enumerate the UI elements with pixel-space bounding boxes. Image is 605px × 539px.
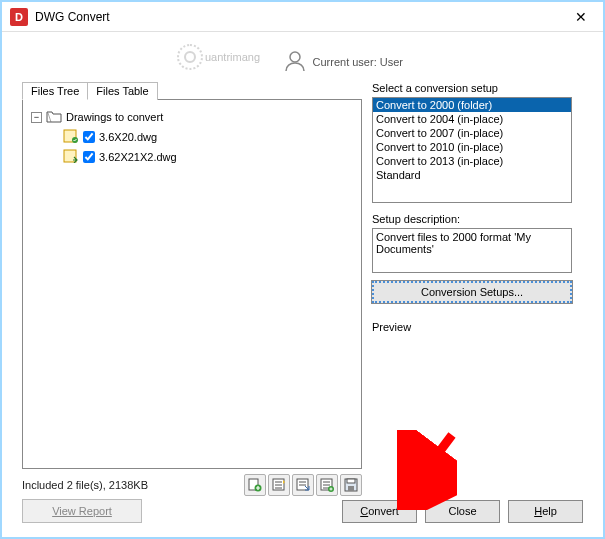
conversion-setup-list[interactable]: Convert to 2000 (folder) Convert to 2004… — [372, 97, 572, 203]
list-item[interactable]: Convert to 2007 (in-place) — [373, 126, 571, 140]
view-report-button: View Report — [22, 499, 142, 523]
conversion-setups-button[interactable]: Conversion Setups... — [372, 281, 572, 303]
current-user-label: Current user: User — [313, 56, 403, 68]
tree-root[interactable]: − Drawings to convert — [31, 108, 353, 126]
tab-files-table[interactable]: Files Table — [87, 82, 157, 100]
file-checkbox[interactable] — [83, 131, 95, 143]
app-icon: D — [10, 8, 28, 26]
close-icon[interactable]: ✕ — [558, 3, 603, 31]
open-list-button[interactable] — [292, 474, 314, 496]
svg-rect-12 — [348, 486, 354, 491]
file-name: 3.62X21X2.dwg — [99, 151, 177, 163]
preview-label: Preview — [372, 321, 572, 333]
toolbar — [244, 474, 362, 496]
close-button[interactable]: Close — [425, 500, 500, 523]
list-item[interactable]: Convert to 2013 (in-place) — [373, 154, 571, 168]
add-file-button[interactable] — [244, 474, 266, 496]
convert-button[interactable]: Convert — [342, 500, 417, 523]
help-button[interactable]: Help — [508, 500, 583, 523]
list-item[interactable]: Convert to 2004 (in-place) — [373, 112, 571, 126]
new-list-button[interactable] — [268, 474, 290, 496]
tabs: Files Tree Files Table — [22, 82, 362, 100]
list-item[interactable]: Convert to 2000 (folder) — [373, 98, 571, 112]
svg-rect-11 — [347, 479, 355, 483]
tree-root-label: Drawings to convert — [66, 111, 163, 123]
tree-file[interactable]: 3.6X20.dwg — [31, 128, 353, 146]
list-item[interactable]: Standard — [373, 168, 571, 182]
user-icon — [283, 49, 307, 75]
setup-description: Convert files to 2000 format 'My Documen… — [372, 228, 572, 273]
dwg-file-icon — [63, 149, 83, 165]
dwg-file-icon — [63, 129, 83, 145]
collapse-icon[interactable]: − — [31, 112, 42, 123]
folder-icon — [46, 109, 66, 125]
titlebar: D DWG Convert ✕ — [2, 2, 603, 32]
status-text: Included 2 file(s), 2138KB — [22, 479, 244, 491]
setup-desc-label: Setup description: — [372, 213, 572, 225]
files-tree[interactable]: − Drawings to convert 3.6X20.dwg — [22, 99, 362, 469]
setup-label: Select a conversion setup — [372, 82, 572, 94]
tree-file[interactable]: 3.62X21X2.dwg — [31, 148, 353, 166]
save-list-button[interactable] — [340, 474, 362, 496]
current-user-row: Current user: User — [22, 42, 583, 82]
file-checkbox[interactable] — [83, 151, 95, 163]
list-item[interactable]: Convert to 2010 (in-place) — [373, 140, 571, 154]
tab-files-tree[interactable]: Files Tree — [22, 82, 88, 100]
append-list-button[interactable] — [316, 474, 338, 496]
file-name: 3.6X20.dwg — [99, 131, 157, 143]
window-title: DWG Convert — [35, 10, 558, 24]
svg-point-0 — [290, 52, 300, 62]
